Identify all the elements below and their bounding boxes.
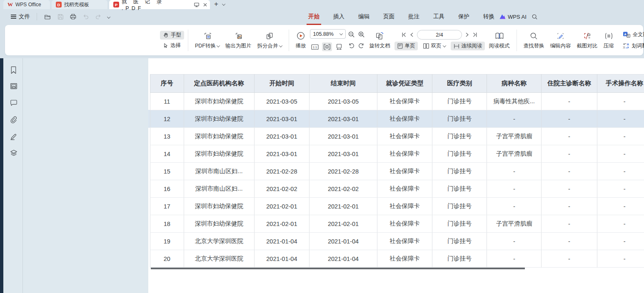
table-row[interactable]: 19北京大学深圳医院2021-01-042021-01-04社会保障卡门诊挂号-… [150, 233, 644, 250]
edit-content-button[interactable]: 编辑内容 [547, 31, 574, 50]
column-header: 定点医药机构名称 [184, 74, 254, 93]
table-bottom-rule [151, 268, 525, 269]
bookmark-icon[interactable] [10, 66, 19, 75]
table-cell: - [487, 110, 542, 128]
svg-text:A: A [627, 42, 629, 46]
previous-page-icon[interactable] [409, 32, 414, 37]
table-cell: 病毒性其他疾... [487, 93, 542, 110]
pdf-convert-button[interactable]: W PDF转换 [192, 31, 222, 50]
select-tool-button[interactable]: 选择 [160, 41, 184, 50]
layers-icon[interactable] [10, 149, 19, 158]
present-to-screen-icon[interactable] [194, 2, 200, 7]
pointer-tools: 手型 选择 [160, 31, 184, 50]
zoom-level-select[interactable]: 105.88% [310, 29, 346, 39]
tab-docer[interactable]: D 找稻壳模板 [52, 0, 107, 9]
comments-icon[interactable] [10, 99, 19, 108]
table-cell: 北京大学深圳医院 [184, 233, 254, 250]
screenshot-compare-label: 截图对比 [577, 42, 598, 50]
split-merge-button[interactable]: 拆分合并 [255, 31, 285, 50]
column-header: 结束时间 [309, 74, 377, 93]
zoom-rotate-left-col [347, 30, 357, 50]
menu-item[interactable]: 插入 [332, 11, 345, 22]
table-row[interactable]: 15深圳市南山区妇...2021-02-282021-02-28社会保障卡门诊挂… [150, 163, 644, 180]
next-page-icon[interactable] [465, 32, 469, 37]
table-cell: - [597, 215, 644, 233]
thumbnails-icon[interactable] [10, 82, 19, 92]
table-row[interactable]: 18深圳市妇幼保健院2021-02-012021-02-01社会保障卡门诊挂号子… [150, 215, 644, 233]
table-cell: 社会保障卡 [377, 198, 432, 215]
table-cell: 深圳市妇幼保健院 [184, 215, 254, 233]
table-row[interactable]: 17深圳市妇幼保健院2021-02-012021-02-01社会保障卡门诊挂号-… [150, 198, 644, 215]
compress-button[interactable]: 压缩 [601, 31, 617, 50]
fit-page-button[interactable] [334, 42, 344, 51]
table-row[interactable]: 20北京大学深圳医院2021-01-042021-01-04社会保障卡门诊挂号-… [150, 250, 644, 268]
new-tab-button[interactable]: + [214, 0, 218, 9]
redo-icon[interactable] [95, 14, 102, 20]
table-cell: 深圳市妇幼保健院 [184, 198, 254, 215]
table-row[interactable]: 11深圳市妇幼保健院2021-03-052021-03-05社会保障卡门诊挂号病… [150, 93, 644, 110]
rotate-document-button[interactable]: 旋转文档 [367, 31, 393, 50]
window-tab-bar: W WPS Office D 找稻壳模板 P 就 医 记 录 .PDF + [0, 0, 644, 9]
table-cell: - [597, 180, 644, 198]
close-tab-icon[interactable] [203, 2, 207, 7]
fit-width-button[interactable] [322, 42, 332, 51]
zoom-level-value: 105.88% [313, 31, 334, 37]
open-folder-icon[interactable] [44, 13, 51, 20]
actual-size-button[interactable]: 1:1 [310, 42, 320, 51]
read-mode-button[interactable]: 阅读模式 [486, 31, 513, 50]
zoom-out-icon[interactable] [347, 30, 357, 39]
page-indicator-input[interactable]: 2/4 [417, 30, 462, 40]
menu-item[interactable]: 页面 [382, 11, 395, 22]
menu-item[interactable]: 编辑 [357, 11, 370, 22]
menu-item[interactable]: 保护 [457, 11, 470, 22]
signature-pen-icon[interactable] [10, 132, 19, 142]
quickbar-chevron-icon[interactable] [107, 13, 110, 20]
screenshot-compare-button[interactable]: 截图对比 [574, 31, 601, 50]
table-cell: 社会保障卡 [377, 163, 432, 180]
find-replace-button[interactable]: 查找替换 [521, 31, 547, 50]
zoom-in-icon[interactable] [357, 30, 367, 39]
single-page-button[interactable]: 单页 [394, 42, 418, 50]
continuous-read-icon [453, 43, 460, 49]
save-icon[interactable] [57, 13, 64, 20]
table-row[interactable]: 16深圳市南山区妇...2021-02-022021-02-02社会保障卡门诊挂… [150, 180, 644, 198]
export-image-button[interactable]: 输出为图片 [222, 31, 255, 50]
continuous-read-button[interactable]: 连续阅读 [451, 42, 485, 50]
find-replace-icon [529, 31, 538, 41]
wps-logo-icon: W [7, 1, 13, 8]
menu-bar: 文件 开始插入编辑页面批注工具保护转换 WPS AI [0, 9, 644, 24]
table-cell: 门诊挂号 [432, 163, 487, 180]
wps-ai-button[interactable]: WPS AI [499, 14, 527, 20]
pdf-page-canvas[interactable]: 序号定点医药机构名称开始时间结束时间就诊凭证类型医疗类别病种名称住院主诊断名称手… [148, 58, 644, 293]
last-page-icon[interactable] [472, 32, 478, 37]
table-cell: 社会保障卡 [377, 215, 432, 233]
hand-tool-button[interactable]: 手型 [160, 31, 184, 40]
menu-item[interactable]: 开始 [307, 11, 320, 22]
rotate-right-icon[interactable] [357, 42, 367, 50]
full-translate-label: 全文翻译 [633, 31, 644, 38]
tab-list-chevron-icon[interactable] [222, 0, 225, 9]
table-cell: 子宫平滑肌瘤 [487, 215, 542, 233]
menu-search-icon[interactable] [532, 14, 538, 20]
table-row[interactable]: 13深圳市妇幼保健院2021-03-012021-03-01社会保障卡门诊挂号子… [150, 128, 644, 145]
full-translate-button[interactable]: A文 全文翻译 [619, 30, 644, 39]
table-cell: - [597, 198, 644, 215]
play-button[interactable]: 播放 [293, 31, 309, 50]
menu-item[interactable]: 转换 [482, 11, 495, 22]
file-menu-button[interactable]: 文件 [11, 13, 30, 20]
table-row[interactable]: 12深圳市妇幼保健院2021-03-012021-03-01社会保障卡门诊挂号-… [150, 110, 644, 128]
table-row[interactable]: 14深圳市妇幼保健院2021-03-012021-03-01社会保障卡门诊挂号子… [150, 145, 644, 163]
first-page-icon[interactable] [401, 32, 407, 37]
table-cell: - [487, 180, 542, 198]
word-translate-button[interactable]: 文A 划词翻译 [619, 42, 644, 50]
tab-document[interactable]: P 就 医 记 录 .PDF [109, 0, 210, 9]
menu-item[interactable]: 工具 [432, 11, 445, 22]
attachment-icon[interactable] [10, 116, 19, 125]
rotate-left-icon[interactable] [347, 42, 357, 50]
double-page-button[interactable]: 双页 [420, 42, 448, 50]
print-icon[interactable] [70, 13, 77, 20]
table-cell: 2021-01-04 [309, 250, 377, 268]
undo-icon[interactable] [82, 14, 89, 20]
tab-wps-office[interactable]: W WPS Office [3, 0, 50, 9]
menu-item[interactable]: 批注 [407, 11, 420, 22]
